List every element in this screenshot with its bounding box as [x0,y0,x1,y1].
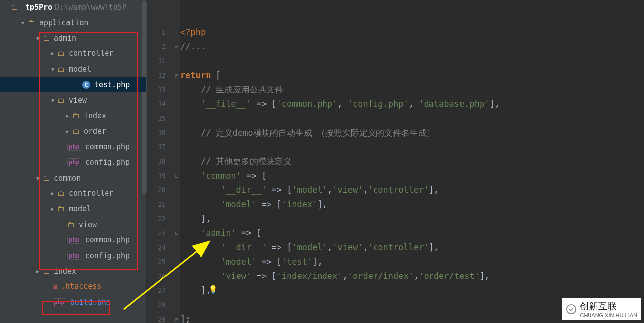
line-number[interactable]: 25 [147,255,173,269]
chevron-right-icon[interactable]: ▸ [50,189,55,198]
line-number[interactable]: 15 [147,111,173,126]
tree-row-controller[interactable]: ▸🗀controller [0,185,146,201]
line-number[interactable]: 20 [147,183,173,197]
fold-marker [173,298,180,312]
tree-item-label: controller [69,49,113,58]
line-number[interactable]: 24 [147,240,173,255]
line-number[interactable]: 21 [147,197,173,212]
line-number[interactable]: 2 [147,40,173,54]
tree-row-build-php[interactable]: ▸phpbuild.php [0,294,146,310]
code-line[interactable] [180,111,644,126]
line-number[interactable]: 13 [147,83,173,97]
code-line[interactable] [180,140,644,154]
php-file-icon: php [53,298,66,306]
code-line[interactable]: <?php [180,25,644,40]
code-line[interactable]: // 定义demo模块的自动生成 （按照实际定义的文件名生成） [180,126,644,140]
chevron-down-icon[interactable]: ▾ [20,18,26,27]
tree-row-admin[interactable]: ▾🗀admin [0,30,146,46]
code-line[interactable] [180,54,644,68]
code-line[interactable]: // 生成应用公共文件 [180,83,644,97]
line-number[interactable]: 29 [147,312,173,323]
tree-row-view[interactable]: ▸🗀view [0,217,146,232]
code-line[interactable]: '__dir__' => ['model','view','controller… [180,183,644,197]
chevron-right-icon[interactable]: ▸ [50,49,55,58]
code-line[interactable]: 'common' => [ [180,169,644,183]
code-line[interactable]: 'view' => ['index/index','order/index','… [180,269,644,283]
folder-icon: 🗀 [11,3,18,12]
line-number[interactable]: 28 [147,298,173,312]
chevron-right-icon[interactable]: ▸ [35,267,41,276]
code-line[interactable]: 'admin' => [ [180,226,644,240]
tree-item-label: index [54,267,76,276]
chevron-right-icon[interactable]: ▸ [50,204,55,213]
fold-marker [173,126,180,140]
project-root-row[interactable]: 🗀 tp5Pro D:\wamp\www\tp5P [0,0,146,15]
fold-column[interactable]: ⊞⊟⊟⊟⊟ [173,0,180,323]
line-number[interactable]: 12 [147,68,173,83]
line-number[interactable]: 14 [147,97,173,111]
tree-item-label: application [39,18,88,27]
code-line[interactable]: ], [180,212,644,226]
line-number[interactable]: 1 [147,25,173,40]
intention-bulb-icon[interactable]: 💡 [208,285,218,294]
line-number-gutter[interactable]: 1211121314151617181920212223242526272829 [147,0,173,323]
folder-icon: 🗀 [72,111,80,120]
tree-row-model[interactable]: ▾🗀model [0,61,146,77]
tree-row-common-php[interactable]: ▸phpcommon.php [0,232,146,247]
code-line[interactable]: // 其他更多的模块定义 [180,154,644,169]
php-file-icon: php [67,143,81,151]
tree-row-common-php[interactable]: ▸phpcommon.php [0,139,146,154]
line-number[interactable]: 23 [147,226,173,240]
chevron-right-icon[interactable]: ▸ [64,127,70,136]
tree-row-order[interactable]: ▸🗀order [0,124,146,139]
line-number[interactable]: 18 [147,154,173,169]
tree-row-config-php[interactable]: ▸phpconfig.php [0,155,146,170]
folder-icon: 🗀 [57,96,65,105]
code-line[interactable]: '__file__' => ['common.php', 'config.php… [180,97,644,111]
line-number[interactable]: 22 [147,212,173,226]
tree-row-view[interactable]: ▾🗀view [0,92,146,108]
fold-marker[interactable]: ⊟ [173,169,180,183]
chevron-down-icon[interactable]: ▾ [35,34,41,43]
code-line[interactable]: 'model' => ['index'], [180,197,644,212]
line-number[interactable]: 26 [147,269,173,283]
chevron-down-icon[interactable]: ▾ [35,174,41,183]
fold-marker[interactable]: ⊞ [173,40,180,54]
project-sidebar[interactable]: 🗀 tp5Pro D:\wamp\www\tp5P ▾🗀application▾… [0,0,147,323]
chevron-down-icon[interactable]: ▾ [50,96,55,105]
line-number[interactable]: 19 [147,169,173,183]
tree-row-application[interactable]: ▾🗀application [0,15,146,30]
tree-row-index[interactable]: ▸🗀index [0,108,146,123]
code-line[interactable]: '__dir__' => ['model','view','controller… [180,240,644,255]
code-line[interactable]: return [ [180,68,644,83]
tree-row-model[interactable]: ▸🗀model [0,201,146,217]
code-line[interactable]: ], [180,283,644,298]
fold-marker[interactable]: ⊟ [173,312,180,323]
tree-row-controller[interactable]: ▸🗀controller [0,46,146,61]
code-line[interactable]: //... [180,40,644,54]
line-number[interactable]: 11 [147,54,173,68]
tree-item-label: build.php [70,298,110,307]
chevron-blank-icon: ▸ [59,220,65,229]
line-number[interactable]: 16 [147,126,173,140]
code-line[interactable]: 'model' => ['test'], [180,255,644,269]
chevron-right-icon[interactable]: ▸ [64,111,70,120]
tree-item-label: admin [54,34,76,43]
tree-row--htaccess[interactable]: ▸▧.htaccess [0,279,146,294]
line-number[interactable]: 17 [147,140,173,154]
tree-row-common[interactable]: ▾🗀common [0,170,146,185]
tree-row-config-php[interactable]: ▸phpconfig.php [0,248,146,263]
chevron-down-icon[interactable]: ▾ [50,65,55,74]
watermark-brand: 创新互联 [580,300,637,312]
tree-row-index[interactable]: ▸🗀index [0,263,146,278]
fold-marker[interactable]: ⊟ [173,68,180,83]
code-area[interactable]: <?php//...return [ // 生成应用公共文件 '__file__… [180,0,644,323]
tree-row-test-php[interactable]: ▸Ctest.php [0,77,146,92]
line-number[interactable]: 27 [147,283,173,298]
file-tree[interactable]: ▾🗀application▾🗀admin▸🗀controller▾🗀model▸… [0,15,146,310]
fold-marker [173,111,180,126]
fold-marker[interactable]: ⊟ [173,226,180,240]
watermark: 创新互联 CHUANG XIN HU LIAN [562,298,641,320]
chevron-blank-icon: ▸ [45,298,51,307]
code-editor[interactable]: 1211121314151617181920212223242526272829… [147,0,644,323]
